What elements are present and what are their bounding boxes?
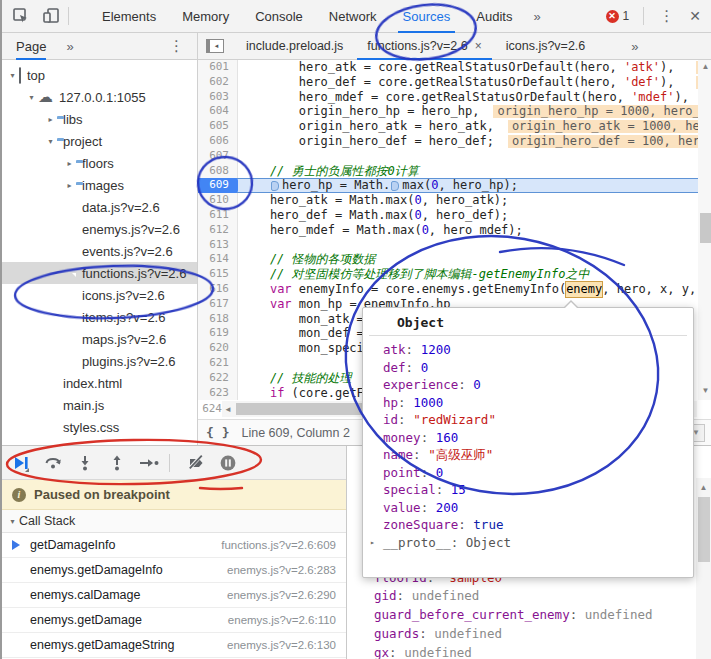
- code-line-608[interactable]: 608 // 勇士的负属性都按0计算: [198, 164, 711, 179]
- line-number-620[interactable]: 620: [198, 341, 238, 356]
- scroll-left-icon[interactable]: ◄: [222, 405, 234, 414]
- line-number-611[interactable]: 611: [198, 208, 238, 223]
- scope-variable-guard-before-current-enemy[interactable]: guard_before_current_enemy: undefined: [374, 607, 652, 622]
- continue-to-here-marker[interactable]: [391, 181, 399, 191]
- tree-item-events-js-v-2-6[interactable]: events.js?v=2.6: [2, 240, 197, 262]
- call-stack-frame-enemys-getdamagestring[interactable]: enemys.getDamageStringenemys.js?v=2.6:13…: [2, 633, 346, 658]
- scope-scrollbar[interactable]: ▲: [696, 478, 711, 659]
- tree-item-floors[interactable]: ▸floors: [2, 152, 197, 174]
- devtools-tab-audits[interactable]: Audits: [463, 0, 525, 33]
- devtools-tab-console[interactable]: Console: [242, 0, 316, 33]
- code-line-602[interactable]: 602 hero_def = core.getRealStatusOrDefau…: [198, 75, 711, 90]
- line-number-603[interactable]: 603: [198, 90, 238, 105]
- step-over-button[interactable]: [40, 450, 66, 476]
- tree-item-items-js-v-2-6[interactable]: items.js?v=2.6: [2, 306, 197, 328]
- object-property-value[interactable]: value: 200: [383, 499, 693, 517]
- close-devtools-icon[interactable]: ✕: [683, 8, 711, 24]
- line-number-608[interactable]: 608: [198, 164, 238, 179]
- tree-item-icons-js-v-2-6[interactable]: icons.js?v=2.6: [2, 284, 197, 306]
- editor-vertical-scrollbar[interactable]: ▲ ▼: [698, 60, 711, 400]
- line-number-621[interactable]: 621: [198, 356, 238, 371]
- hide-navigator-icon[interactable]: ◂: [206, 39, 224, 53]
- chevron-collapsed-icon[interactable]: ▸: [63, 159, 76, 168]
- code-line-604[interactable]: 604 origin_hero_hp = hero_hp,origin_hero…: [198, 104, 711, 119]
- call-stack-frame-enemys-caldamage[interactable]: enemys.calDamageenemys.js?v=2.6:290: [2, 583, 346, 608]
- device-toolbar-icon[interactable]: [40, 5, 62, 27]
- code-line-615[interactable]: 615 // 对坚固模仿等处理移到了脚本编辑-getEnemyInfo之中: [198, 267, 711, 282]
- vertical-scroll-thumb[interactable]: [700, 213, 711, 243]
- tree-item-top[interactable]: ▾top: [2, 64, 197, 86]
- more-tabs-icon[interactable]: »: [525, 9, 548, 24]
- code-line-611[interactable]: 611 hero_def = Math.max(0, hero_def);: [198, 208, 711, 223]
- editor-tab-include-preload-js[interactable]: include.preload.js: [234, 33, 355, 60]
- tree-item-images[interactable]: ▸images: [2, 174, 197, 196]
- line-number-609[interactable]: 609: [198, 178, 238, 193]
- scroll-down-icon[interactable]: ▼: [698, 386, 711, 395]
- code-line-606[interactable]: 606 origin_hero_def = hero_def;origin_he…: [198, 134, 711, 149]
- object-property-name[interactable]: name: "高级巫师": [383, 446, 693, 464]
- code-line-607[interactable]: 607: [198, 149, 711, 164]
- object-property-special[interactable]: special: 15: [383, 481, 693, 499]
- chevron-collapsed-icon[interactable]: ▸: [370, 534, 375, 552]
- code-line-614[interactable]: 614 // 怪物的各项数据: [198, 252, 711, 267]
- tree-item-project[interactable]: ▾project: [2, 130, 197, 152]
- scope-scroll-thumb[interactable]: [698, 497, 710, 562]
- step-into-button[interactable]: [72, 450, 98, 476]
- call-stack-frame-getdamageinfo[interactable]: getDamageInfofunctions.js?v=2.6:609: [2, 533, 346, 558]
- line-number-618[interactable]: 618: [198, 312, 238, 327]
- devtools-tab-sources[interactable]: Sources: [390, 0, 464, 33]
- scope-variable-gid[interactable]: gid: undefined: [374, 588, 479, 603]
- scope-variable-gx[interactable]: gx: undefined: [374, 645, 472, 659]
- code-line-605[interactable]: 605 origin_hero_atk = hero_atk,origin_he…: [198, 119, 711, 134]
- devtools-tab-network[interactable]: Network: [316, 0, 390, 33]
- chevron-collapsed-icon[interactable]: ▸: [63, 181, 76, 190]
- tree-item-functions-js-v-2-6[interactable]: functions.js?v=2.6: [2, 262, 197, 284]
- chevron-expanded-icon[interactable]: ▾: [25, 93, 38, 102]
- resume-script-button[interactable]: [8, 450, 34, 476]
- call-stack-frame-enemys-getdamage[interactable]: enemys.getDamageenemys.js?v=2.6:110: [2, 608, 346, 633]
- chevron-expanded-icon[interactable]: ▾: [44, 137, 57, 146]
- devtools-tab-memory[interactable]: Memory: [169, 0, 242, 33]
- tree-item-127-0-0-1-1055[interactable]: ▾☁127.0.0.1:1055: [2, 86, 197, 108]
- line-number-619[interactable]: 619: [198, 326, 238, 341]
- editor-tab-icons-js-v-2-6[interactable]: icons.js?v=2.6: [494, 33, 598, 60]
- code-line-601[interactable]: 601 hero_atk = core.getRealStatusOrDefau…: [198, 60, 711, 75]
- line-number-606[interactable]: 606: [198, 134, 238, 149]
- editor-more-tabs-icon[interactable]: »: [623, 39, 646, 54]
- tree-item-main-js[interactable]: main.js: [2, 394, 197, 416]
- line-number-614[interactable]: 614: [198, 252, 238, 267]
- tree-item-maps-js-v-2-6[interactable]: maps.js?v=2.6: [2, 328, 197, 350]
- step-out-button[interactable]: [104, 450, 130, 476]
- devtools-menu-icon[interactable]: ⋮: [650, 7, 683, 25]
- console-error-badge[interactable]: ✕ 1: [606, 9, 630, 23]
- chevron-expanded-icon[interactable]: ▾: [6, 71, 19, 80]
- editor-tab-functions-js-v-2-6[interactable]: functions.js?v=2.6×: [355, 33, 493, 60]
- tree-item-index-html[interactable]: index.html: [2, 372, 197, 394]
- tree-item-styles-css[interactable]: styles.css: [2, 416, 197, 438]
- line-number-613[interactable]: 613: [198, 238, 238, 253]
- devtools-tab-elements[interactable]: Elements: [89, 0, 169, 33]
- object-property-def[interactable]: def: 0: [383, 359, 693, 377]
- call-stack-section-header[interactable]: ▾ Call Stack: [2, 510, 346, 533]
- object-property-hp[interactable]: hp: 1000: [383, 394, 693, 412]
- line-number-616[interactable]: 616: [198, 282, 238, 297]
- line-number-612[interactable]: 612: [198, 223, 238, 238]
- line-number-610[interactable]: 610: [198, 193, 238, 208]
- line-number-601[interactable]: 601: [198, 60, 238, 75]
- hovered-variable[interactable]: enemy: [565, 281, 603, 298]
- line-number-602[interactable]: 602: [198, 75, 238, 90]
- object-property-point[interactable]: point: 0: [383, 464, 693, 482]
- scroll-up-icon[interactable]: ▲: [696, 483, 711, 492]
- chevron-collapsed-icon[interactable]: ▸: [44, 115, 57, 124]
- close-tab-icon[interactable]: ×: [475, 39, 482, 53]
- code-line-610[interactable]: 610 hero_atk = Math.max(0, hero_atk);: [198, 193, 711, 208]
- pretty-print-icon[interactable]: { }: [206, 425, 229, 440]
- object-property-zonesquare[interactable]: zoneSquare: true: [383, 516, 693, 534]
- step-button[interactable]: [136, 450, 162, 476]
- line-number-604[interactable]: 604: [198, 104, 238, 119]
- object-property-money[interactable]: money: 160: [383, 429, 693, 447]
- line-number-623[interactable]: 623: [198, 386, 238, 401]
- pause-on-exceptions-button[interactable]: [215, 450, 241, 476]
- line-number-622[interactable]: 622: [198, 371, 238, 386]
- tree-item-plugins-js-v-2-6[interactable]: plugins.js?v=2.6: [2, 350, 197, 372]
